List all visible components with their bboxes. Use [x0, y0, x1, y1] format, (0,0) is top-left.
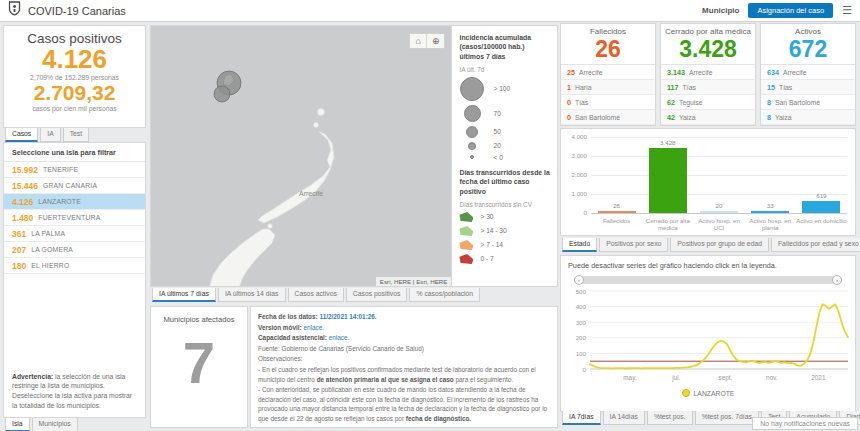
- bar-fallecidos: [598, 211, 636, 213]
- island-count: 15.446: [12, 181, 38, 191]
- stat-row-value: 117: [667, 83, 679, 92]
- chart-tab-positivos-por-grupo-de-edad[interactable]: Positivos por grupo de edad: [670, 238, 769, 252]
- info-text: Capacidad asistencial:: [258, 334, 329, 341]
- island-row-gran-canaria[interactable]: 15.446GRAN CANARIA: [4, 178, 145, 194]
- map-card: Arrecife ⌂ ⊕ Esri, HERE | Esri, HERE Inc…: [150, 25, 558, 287]
- tab-municipios[interactable]: Municipios: [32, 418, 78, 431]
- info-paragraph: Fecha de los datos: 11/2/2021 14:01:26.: [258, 312, 550, 322]
- tab-isla[interactable]: Isla: [5, 418, 30, 431]
- home-icon[interactable]: ⌂: [410, 34, 425, 48]
- series-tab-ia-14d-as[interactable]: IA 14días: [603, 411, 645, 425]
- stat-row-yaiza: 42Yaiza: [661, 110, 755, 125]
- bar-value-label: 3.428: [642, 139, 693, 146]
- stat-cards-row: Fallecidos2625Arrecife1Haría0Tías0San Ba…: [560, 23, 856, 126]
- app-title: COVID-19 Canarias: [28, 5, 126, 17]
- svg-text:500: 500: [576, 288, 587, 295]
- stat-row-label: Arrecife: [783, 69, 806, 76]
- stat-row-value: 0: [567, 98, 571, 107]
- map-incidence-bubble[interactable]: [214, 86, 230, 102]
- info-text: fecha de diagnóstico.: [406, 415, 471, 422]
- island-row-fuerteventura[interactable]: 1.480FUERTEVENTURA: [4, 210, 145, 226]
- map-tab-casos-positivos[interactable]: Casos positivos: [346, 288, 408, 302]
- bar-category-label: Activo hosp. en UCI: [693, 217, 744, 232]
- island-row-la-palma[interactable]: 361LA PALMA: [4, 226, 145, 242]
- legend-class-subtitle: Días transcurridos sin CV: [459, 201, 550, 208]
- y-axis-tick: 4.000: [561, 133, 587, 140]
- stat-row-value: 8: [767, 98, 771, 107]
- map-controls: ⌂ ⊕: [409, 33, 445, 49]
- map-tab-ia-ltimos-14-d-as[interactable]: IA últimos 14 días: [218, 288, 286, 302]
- series-tab-test-pos[interactable]: %test pos.: [647, 411, 693, 425]
- basemap-icon[interactable]: ⊕: [426, 34, 445, 48]
- time-range-slider[interactable]: ‹ ›: [576, 276, 840, 284]
- class-swatch: [459, 212, 473, 222]
- affected-panel: Municipios afectados 7: [150, 306, 248, 428]
- info-link[interactable]: enlace.: [329, 334, 350, 341]
- stat-row-teguise: 62Teguise: [661, 95, 755, 110]
- info-text: Observaciones:: [258, 355, 302, 362]
- stat-row-t-as: 117Tías: [661, 80, 755, 95]
- gridline: [591, 137, 847, 138]
- stat-row-value: 3.143: [667, 68, 685, 77]
- bubble-symbol: [464, 105, 481, 122]
- info-text: Fuente: Gobierno de Canarias (Servicio C…: [258, 345, 424, 352]
- bar-value-label: 33: [745, 202, 796, 209]
- bar-value-label: 619: [796, 192, 847, 199]
- island-row-la-gomera[interactable]: 207LA GOMERA: [4, 242, 145, 258]
- map-tab-ia-ltimos-7-d-as[interactable]: IA últimos 7 días: [152, 288, 216, 302]
- island-list: 15.992TENERIFE15.446GRAN CANARIA4.126LAN…: [4, 162, 145, 274]
- island-count: 1.480: [12, 213, 33, 223]
- legend-class-row: > 14 - 30: [459, 226, 550, 236]
- island-row-tenerife[interactable]: 15.992TENERIFE: [4, 162, 145, 178]
- stat-card-title: Activos: [761, 24, 855, 36]
- class-label: > 30: [480, 213, 493, 220]
- stat-row-label: Tías: [683, 84, 696, 91]
- stat-row-value: 25: [567, 68, 575, 77]
- assign-case-button[interactable]: Asignación del caso: [748, 3, 833, 18]
- map-attribution: Esri, HERE | Esri, HERE: [376, 277, 452, 286]
- info-paragraph: Capacidad asistencial: enlace.: [258, 333, 550, 343]
- info-text: Fecha de los datos:: [258, 313, 319, 320]
- stat-row-label: Haría: [575, 84, 592, 91]
- legend-bubble-row: 50: [459, 126, 550, 138]
- stat-row-value: 0: [567, 113, 571, 122]
- tab-casos[interactable]: Casos: [5, 128, 38, 142]
- bubble-symbol: [460, 77, 484, 101]
- legend-class-list: > 30> 14 - 30> 7 - 140 - 7: [459, 212, 550, 264]
- stat-card-rows: 634Arrecife15Tías8San Bartolomé8Yaiza: [761, 64, 855, 125]
- tab-test[interactable]: Test: [63, 128, 89, 142]
- slider-handle-left[interactable]: ‹: [574, 275, 584, 285]
- series-tab-ia-7d-as[interactable]: IA 7días: [562, 411, 601, 425]
- series-legend[interactable]: LANZAROTE: [564, 389, 852, 397]
- map-tab-casos-poblaci-n[interactable]: % casos/población: [409, 288, 480, 302]
- map-tab-casos-activos[interactable]: Casos activos: [288, 288, 344, 302]
- island-name: TENERIFE: [43, 166, 78, 173]
- info-link[interactable]: enlace.: [303, 324, 324, 331]
- map[interactable]: Arrecife ⌂ ⊕ Esri, HERE | Esri, HERE: [151, 26, 451, 286]
- class-label: 0 - 7: [480, 255, 493, 262]
- chart-tab-estado[interactable]: Estado: [562, 238, 597, 252]
- stat-row-san-bartolom: 0San Bartolomé: [561, 110, 655, 125]
- stat-card-rows: 3.143Arrecife117Tías62Teguise42Yaiza: [661, 64, 755, 125]
- positive-cases-total: 4.126: [4, 46, 145, 73]
- chart-tab-positivos-por-sexo[interactable]: Positivos por sexo: [599, 238, 668, 252]
- menu-icon[interactable]: ☰: [842, 5, 852, 16]
- affected-value: 7: [151, 324, 247, 402]
- stat-row-label: Tías: [575, 99, 588, 106]
- gridline: [591, 175, 847, 176]
- estado-chart-panel: 01.0002.0003.0004.00026Fallecidos3.428Ce…: [560, 128, 856, 236]
- island-filter-title: Seleccione una isla para filtrar: [4, 143, 145, 162]
- series-tab-test-pos-7d-as[interactable]: %test pos. 7días: [695, 411, 759, 425]
- info-paragraph: Fuente: Gobierno de Canarias (Servicio C…: [258, 344, 550, 354]
- series-chart-note: Puede desactivar series del gráfico haci…: [564, 260, 852, 273]
- island-row-lanzarote[interactable]: 4.126LANZAROTE: [4, 194, 145, 210]
- chart-tab-fallecidos-por-edad-y-sexo[interactable]: Fallecidos por edad y sexo: [771, 238, 860, 252]
- slider-handle-right[interactable]: ›: [832, 275, 842, 285]
- bubble-label: 20: [493, 142, 500, 149]
- info-link[interactable]: 11/2/2021 14:01:26.: [319, 313, 376, 320]
- gridline: [591, 213, 847, 214]
- tab-ia[interactable]: IA: [40, 128, 60, 142]
- class-swatch: [459, 226, 473, 236]
- island-row-el-hierro[interactable]: 180EL HIERRO: [4, 258, 145, 274]
- estado-bar-chart: 01.0002.0003.0004.00026Fallecidos3.428Ce…: [561, 129, 855, 235]
